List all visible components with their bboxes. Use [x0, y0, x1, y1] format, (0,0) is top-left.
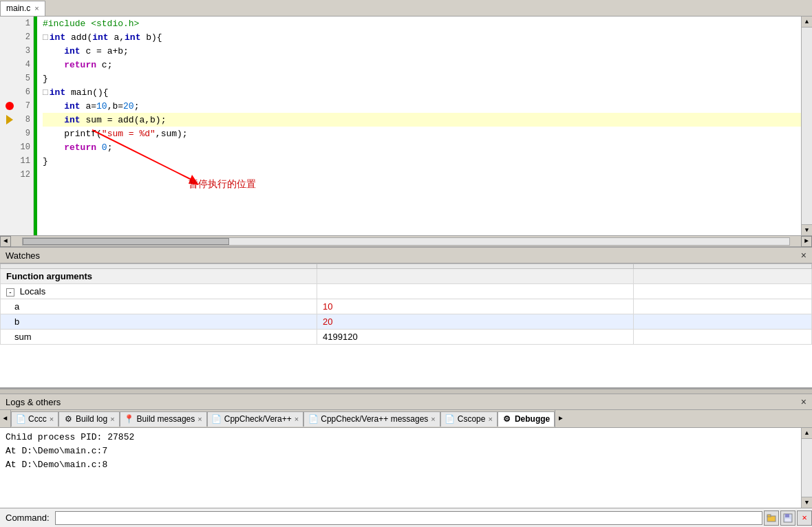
logs-close-btn[interactable]: ×	[801, 396, 806, 407]
h-scroll-thumb[interactable]	[23, 238, 229, 245]
tab-cscope[interactable]: 📄 Cscope ×	[440, 411, 498, 427]
tab-build-log[interactable]: ⚙ Build log ×	[58, 411, 119, 427]
log-sv-track[interactable]	[802, 439, 812, 497]
editor-body[interactable]: 1 2 3 4	[0, 17, 812, 235]
tab-cccc[interactable]: 📄 Cccc ×	[11, 411, 58, 427]
code-content[interactable]: #include <stdio.h> □int add(int a,int b)…	[37, 17, 812, 235]
debugger-icon: ⚙	[502, 414, 512, 424]
watches-header: Watches ×	[0, 248, 812, 264]
fn-args-val	[317, 269, 634, 284]
code-line-11: }	[43, 154, 806, 168]
editor-scrollbar-h[interactable]: ◄ ►	[0, 235, 812, 246]
line-num-6: 6	[0, 85, 33, 99]
tab-cscope-close[interactable]: ×	[488, 415, 492, 423]
tab-debugger-label: Debugge	[515, 414, 550, 424]
code-area: 1 2 3 4	[0, 17, 812, 235]
tab-cppcheck[interactable]: 📄 CppCheck/Vera++ ×	[207, 411, 304, 427]
line-num-4: 4	[0, 58, 33, 72]
buildlog-icon: ⚙	[63, 414, 73, 424]
tab-close-btn[interactable]: ×	[34, 4, 39, 12]
tabs-nav-left[interactable]: ◄	[0, 410, 11, 428]
logs-body: Child process PID: 27852 At D:\Demo\main…	[0, 428, 812, 508]
tab-cppcheck-msg-close[interactable]: ×	[431, 415, 435, 423]
code-line-12	[43, 168, 806, 182]
cscope-icon: 📄	[445, 414, 455, 424]
log-sv-down[interactable]: ▼	[802, 497, 812, 508]
code-line-2: □int add(int a,int b){	[43, 30, 806, 44]
locals-expand-icon[interactable]: -	[6, 288, 14, 297]
bp-area-7[interactable]	[3, 102, 17, 110]
tab-bar: main.c ×	[0, 0, 812, 17]
watches-col-type	[634, 264, 812, 269]
watches-row-sum: sum 4199120	[1, 330, 812, 345]
locals-val	[317, 284, 634, 299]
log-sv-up[interactable]: ▲	[802, 428, 812, 439]
tabs-nav-right[interactable]: ►	[555, 410, 566, 428]
line-num-10: 10	[0, 140, 33, 154]
save-icon	[783, 513, 793, 523]
code-line-10: return 0;	[43, 140, 806, 154]
tab-cppcheck-messages-label: CppCheck/Vera++ messages	[321, 414, 428, 424]
tab-cppcheck-messages[interactable]: 📄 CppCheck/Vera++ messages ×	[303, 411, 440, 427]
scroll-right-btn[interactable]: ►	[801, 236, 812, 247]
sv-track[interactable]	[802, 28, 812, 224]
line-num-11: 11	[0, 154, 33, 168]
code-line-4: return c;	[43, 58, 806, 72]
fold-icon-2[interactable]: □	[43, 32, 48, 43]
line-num-8: 8	[0, 113, 33, 127]
tab-buildmsg-close[interactable]: ×	[197, 415, 202, 423]
watches-col-value	[317, 264, 634, 269]
var-a-name: a	[1, 299, 317, 314]
logs-header: Logs & others ×	[0, 394, 812, 410]
line-num-7: 7	[0, 99, 33, 113]
watches-table[interactable]: Function arguments - Locals a	[0, 264, 812, 387]
log-line-2: At D:\Demo\main.c:7	[6, 444, 795, 458]
logs-container: Logs & others × ◄ 📄 Cccc × ⚙ Build log ×…	[0, 394, 812, 527]
sv-down-arrow[interactable]: ▼	[802, 224, 812, 235]
cccc-icon: 📄	[16, 414, 25, 424]
fold-icon-6[interactable]: □	[43, 87, 48, 98]
log-scrollbar-v[interactable]: ▲ ▼	[801, 428, 812, 508]
tab-build-messages[interactable]: 📍 Build messages ×	[120, 411, 207, 427]
editor-container: main.c × 1 2 3	[0, 0, 812, 248]
var-sum-name: sum	[1, 330, 317, 345]
command-label: Command:	[0, 513, 55, 523]
command-bar: Command: ✕	[0, 508, 812, 527]
scroll-left-btn[interactable]: ◄	[0, 236, 11, 247]
buildmsg-icon: 📍	[125, 414, 134, 424]
tab-build-log-label: Build log	[76, 414, 107, 424]
locals-section-row: - Locals	[1, 284, 812, 299]
command-input[interactable]	[55, 511, 762, 525]
var-a-value: 10	[317, 299, 634, 314]
watches-col-headers	[1, 264, 812, 269]
code-line-1: #include <stdio.h>	[43, 17, 806, 30]
cmd-btn-2[interactable]	[780, 510, 795, 526]
watches-data-table: Function arguments - Locals a	[0, 264, 812, 345]
tab-cccc-close[interactable]: ×	[50, 415, 54, 423]
function-arguments-row: Function arguments	[1, 269, 812, 284]
bp-area-8[interactable]	[3, 115, 17, 125]
code-line-6: □int main(){	[43, 85, 806, 99]
code-line-7: int a=10,b=20;	[43, 99, 806, 113]
svg-rect-1	[767, 515, 771, 517]
tab-debugger[interactable]: ⚙ Debugge	[498, 411, 555, 427]
watches-close-btn[interactable]: ×	[801, 250, 806, 261]
var-b-type	[634, 314, 812, 330]
line-num-12: 12	[0, 168, 33, 182]
fn-args-type	[634, 269, 812, 284]
tab-cppcheck-close[interactable]: ×	[295, 415, 299, 423]
log-line-3: At D:\Demo\main.c:8	[6, 458, 795, 472]
var-a-type	[634, 299, 812, 314]
line-num-2: 2	[0, 30, 33, 44]
var-b-value: 20	[317, 314, 634, 330]
logs-tabs-bar: ◄ 📄 Cccc × ⚙ Build log × 📍 Build message…	[0, 410, 812, 428]
tab-buildlog-close[interactable]: ×	[110, 415, 114, 423]
editor-scrollbar-v[interactable]: ▲ ▼	[801, 17, 812, 235]
h-scroll-track[interactable]	[22, 237, 790, 246]
sv-up-arrow[interactable]: ▲	[802, 17, 812, 28]
log-content-area[interactable]: Child process PID: 27852 At D:\Demo\main…	[0, 428, 801, 508]
cmd-btn-close[interactable]: ✕	[797, 510, 812, 526]
editor-tab-main[interactable]: main.c ×	[0, 1, 45, 16]
locals-label: - Locals	[1, 284, 317, 299]
cmd-btn-1[interactable]	[764, 510, 779, 526]
